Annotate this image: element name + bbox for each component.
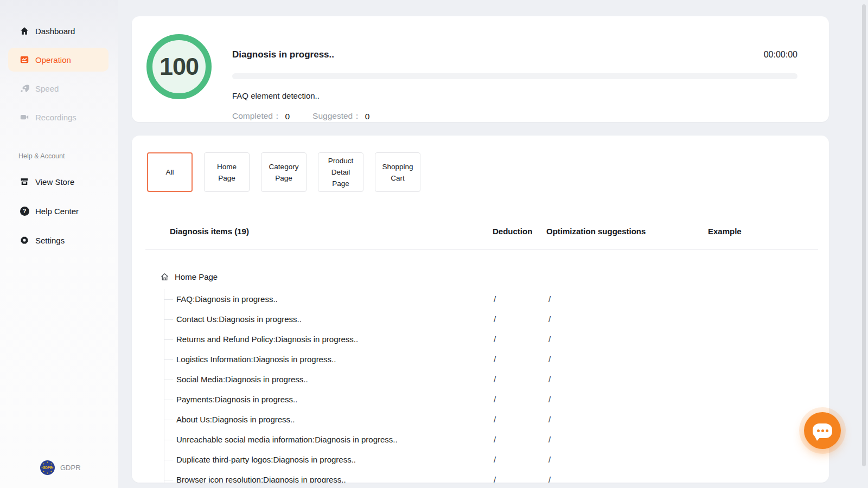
diagnosis-item-cell: Payments:Diagnosis in progress..: [145, 395, 493, 404]
sidebar-item-label: Help Center: [35, 207, 79, 216]
sidebar-item-recordings[interactable]: Recordings: [8, 105, 108, 129]
diagnosis-item-cell: Social Media:Diagnosis in progress..: [145, 375, 493, 384]
deduction-cell: /: [493, 375, 546, 384]
vertical-scrollbar[interactable]: [862, 4, 866, 466]
optimization-cell: /: [546, 355, 708, 364]
diagnosis-progress-bar: [232, 73, 797, 79]
video-camera-icon: [20, 112, 29, 122]
column-header-optimization: Optimization suggestions: [546, 227, 708, 236]
tab-product-detail-page[interactable]: Product Detail Page: [318, 152, 363, 192]
table-row[interactable]: FAQ:Diagnosis in progress.. / /: [132, 289, 829, 309]
optimization-cell: /: [546, 314, 708, 324]
deduction-cell: /: [493, 355, 546, 364]
sidebar-item-label: Operation: [35, 55, 71, 65]
sidebar-item-dashboard[interactable]: Dashboard: [8, 19, 108, 43]
current-task-text: FAQ element detection..: [232, 91, 320, 100]
diagnosis-item-cell: Logistics Information:Diagnosis in progr…: [145, 355, 493, 364]
table-row[interactable]: Logistics Information:Diagnosis in progr…: [132, 349, 829, 369]
svg-text:GDPR: GDPR: [42, 466, 53, 470]
deduction-cell: /: [493, 294, 546, 304]
sidebar-section-help-account: Help & Account: [18, 152, 118, 160]
sidebar-item-help-center[interactable]: ? Help Center: [8, 199, 108, 223]
diagnosis-results-card: All Home Page Category Page Product Deta…: [132, 136, 829, 483]
diagnosis-item-cell: Unreachable social media information:Dia…: [145, 435, 493, 444]
optimization-cell: /: [546, 455, 708, 464]
diagnosis-item-cell: Browser icon resolution:Diagnosis in pro…: [145, 475, 493, 483]
sidebar-item-view-store[interactable]: View Store: [8, 170, 108, 194]
rocket-icon: [20, 84, 29, 93]
operation-chart-icon: [20, 55, 29, 65]
gear-icon: [20, 235, 29, 245]
diagnosis-item-cell: Returns and Refund Policy:Diagnosis in p…: [145, 335, 493, 344]
app-window: Dashboard Operation Speed: [0, 0, 868, 488]
tab-home-page[interactable]: Home Page: [204, 152, 250, 192]
group-label: Home Page: [175, 272, 218, 281]
question-circle-icon: ?: [20, 206, 29, 216]
diagnosis-rows: FAQ:Diagnosis in progress.. / / Contact …: [132, 289, 829, 483]
gdpr-eu-badge-icon: GDPR: [40, 460, 55, 475]
optimization-cell: /: [546, 335, 708, 344]
table-header-row: Diagnosis items (19) Deduction Optimizat…: [132, 222, 829, 240]
table-row[interactable]: Browser icon resolution:Diagnosis in pro…: [132, 470, 829, 483]
live-chat-button[interactable]: [804, 412, 841, 449]
deduction-cell: /: [493, 314, 546, 324]
table-row[interactable]: About Us:Diagnosis in progress.. / /: [132, 409, 829, 429]
column-header-diagnosis-items: Diagnosis items (19): [145, 227, 493, 236]
tab-category-page[interactable]: Category Page: [261, 152, 307, 192]
sidebar-help-nav: View Store ? Help Center Settings: [0, 170, 118, 252]
sidebar-item-label: Settings: [35, 236, 65, 245]
column-header-example: Example: [708, 227, 818, 236]
sidebar: Dashboard Operation Speed: [0, 0, 118, 488]
completed-value: 0: [285, 112, 290, 121]
sidebar-item-settings[interactable]: Settings: [8, 228, 108, 252]
storefront-icon: [20, 177, 29, 187]
table-row[interactable]: Unreachable social media information:Dia…: [132, 429, 829, 450]
suggested-value: 0: [365, 112, 370, 121]
deduction-cell: /: [493, 335, 546, 344]
deduction-cell: /: [493, 475, 546, 483]
optimization-cell: /: [546, 435, 708, 444]
optimization-cell: /: [546, 375, 708, 384]
table-header-divider: [145, 249, 818, 250]
home-icon: [20, 26, 29, 36]
diagnosis-stats: Completed： 0 Suggested： 0: [232, 111, 369, 122]
optimization-cell: /: [546, 395, 708, 404]
table-row[interactable]: Payments:Diagnosis in progress.. / /: [132, 389, 829, 409]
diagnosis-status-title: Diagnosis in progress..: [232, 49, 334, 60]
sidebar-item-label: View Store: [35, 177, 74, 187]
gdpr-badge-row: GDPR GDPR: [40, 460, 81, 475]
completed-label: Completed：: [232, 111, 281, 122]
table-row[interactable]: Returns and Refund Policy:Diagnosis in p…: [132, 329, 829, 349]
page-filter-tabs: All Home Page Category Page Product Deta…: [147, 152, 420, 192]
table-row[interactable]: Duplicate third-party logos:Diagnosis in…: [132, 450, 829, 470]
diagnosis-item-cell: Contact Us:Diagnosis in progress..: [145, 314, 493, 324]
score-circle: 100: [146, 34, 212, 99]
diagnosis-timer: 00:00:00: [764, 50, 797, 60]
optimization-cell: /: [546, 294, 708, 304]
diagnosis-progress-card: 100 Diagnosis in progress.. 00:00:00 FAQ…: [132, 16, 829, 122]
diagnosis-item-cell: Duplicate third-party logos:Diagnosis in…: [145, 455, 493, 464]
table-row[interactable]: Contact Us:Diagnosis in progress.. / /: [132, 309, 829, 329]
deduction-cell: /: [493, 415, 546, 424]
tab-shopping-cart[interactable]: Shopping Cart: [375, 152, 420, 192]
column-header-deduction: Deduction: [493, 227, 546, 236]
deduction-cell: /: [493, 395, 546, 404]
deduction-cell: /: [493, 455, 546, 464]
diagnosis-item-cell: About Us:Diagnosis in progress..: [145, 415, 493, 424]
sidebar-item-label: Dashboard: [35, 27, 75, 36]
deduction-cell: /: [493, 435, 546, 444]
chat-bubble-icon: [813, 423, 832, 438]
table-row[interactable]: Social Media:Diagnosis in progress.. / /: [132, 369, 829, 389]
gdpr-label: GDPR: [60, 464, 81, 472]
score-value: 100: [159, 53, 199, 81]
suggested-label: Suggested：: [312, 111, 361, 122]
sidebar-item-speed[interactable]: Speed: [8, 76, 108, 100]
diagnosis-item-cell: FAQ:Diagnosis in progress..: [145, 294, 493, 304]
tab-all[interactable]: All: [147, 152, 193, 192]
sidebar-item-operation[interactable]: Operation: [8, 48, 108, 72]
house-outline-icon: [160, 272, 169, 281]
sidebar-item-label: Recordings: [35, 113, 76, 122]
group-row-home-page[interactable]: Home Page: [145, 268, 218, 285]
optimization-cell: /: [546, 415, 708, 424]
sidebar-nav: Dashboard Operation Speed: [0, 0, 118, 252]
